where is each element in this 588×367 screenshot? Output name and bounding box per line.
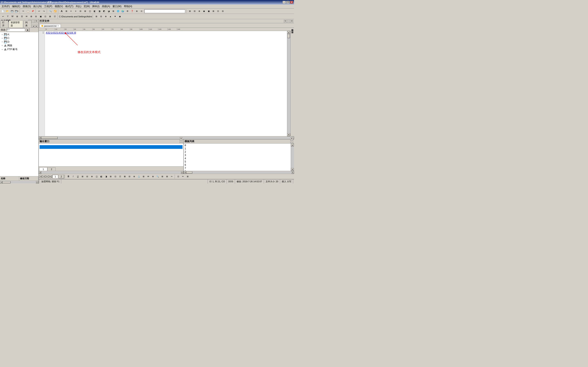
bt-btn20[interactable]: 🔍 [155, 174, 160, 179]
col-date[interactable]: 修改日期 [19, 176, 38, 181]
right-panel-text1[interactable]: 资源管理器 [291, 32, 294, 34]
col-name[interactable]: 名称 [0, 176, 19, 181]
tb-cut[interactable]: ✂ [21, 9, 26, 13]
tb2-btn3[interactable]: W [10, 14, 15, 19]
tb2-extra1[interactable]: ⊞ [94, 14, 99, 19]
tb-extra3[interactable]: ⊕ [197, 9, 201, 13]
tb2-btn5[interactable]: ☰ [20, 14, 24, 19]
tb2-extra4[interactable]: ▲ [108, 14, 113, 19]
tb-btn9[interactable]: ◨ [97, 9, 102, 13]
output-tab-2[interactable]: 2 [47, 167, 56, 171]
tb-btn6[interactable]: ⊞ [83, 9, 87, 13]
bt-btn17[interactable]: ⊞ [141, 174, 146, 179]
tb-extra1[interactable]: ⊞ [188, 9, 192, 13]
expand-d[interactable]: ＋ [0, 40, 4, 43]
bt-btn26[interactable]: ⊞ [185, 174, 190, 179]
tb-new[interactable]: 📄 [0, 9, 5, 13]
tree-item-network[interactable]: ＋ 🖧 网路 [0, 44, 38, 48]
bt-btn7[interactable]: ◫ [94, 174, 99, 179]
menu-help[interactable]: 帮助(H) [123, 4, 134, 8]
tb2-extra2[interactable]: ⊟ [99, 14, 103, 19]
tb2-btn12[interactable]: ☑ [52, 14, 57, 19]
tb-copy[interactable]: 📋 [26, 9, 30, 13]
tb-bold[interactable]: A [60, 9, 64, 13]
bt-btn12[interactable]: ☑ [118, 174, 122, 179]
bt-btn19[interactable]: ⊕ [151, 174, 155, 179]
toolbar-search-input[interactable] [144, 9, 185, 13]
tree-item-c[interactable]: ＋ 💾 C: [0, 36, 38, 40]
vscroll-thumb[interactable] [287, 34, 290, 38]
minimize-button[interactable]: ─ [283, 1, 286, 4]
output-tab-1[interactable]: 1 [39, 167, 47, 171]
fp-nav-right[interactable]: ► [35, 25, 38, 27]
bt-btn8[interactable]: ◧ [99, 174, 104, 179]
bt-btn2[interactable]: I [71, 174, 75, 179]
page-first[interactable]: |◄ [39, 175, 42, 178]
tmpl-pin-btn[interactable]: ▼ [290, 137, 293, 140]
bt-btn14[interactable]: ⊟ [127, 174, 132, 179]
vscroll-track[interactable] [287, 34, 290, 133]
tb2-btn8[interactable]: ⊟ [34, 14, 38, 19]
tb-extra6[interactable]: ⊞ [211, 9, 216, 13]
menu-search[interactable]: 搜索(S) [21, 4, 32, 8]
output-min-btn[interactable]: ─ [180, 140, 182, 143]
tb-btn8[interactable]: ◧ [92, 9, 97, 13]
fp-min-btn[interactable]: ─ [31, 20, 34, 23]
tb2-btn10[interactable]: ⊡ [43, 14, 48, 19]
menu-window[interactable]: 窗口(W) [111, 4, 122, 8]
bt-btn4[interactable]: ⊞ [80, 174, 85, 179]
page-tab-2[interactable]: 2 [58, 175, 64, 178]
bt-btn5[interactable]: ⊟ [85, 174, 89, 179]
menu-insert[interactable]: 插入(N) [32, 4, 43, 8]
bt-btn3[interactable]: U [76, 174, 80, 179]
tb-btn17[interactable]: ⊕ [135, 9, 139, 13]
right-panel-text2[interactable]: 模板列表 [291, 34, 294, 36]
tb-btn12[interactable]: ⊞ [111, 9, 116, 13]
fp-scroll-right[interactable]: ► [36, 181, 38, 184]
tb-extra7[interactable]: ⊡ [216, 9, 220, 13]
page-tab-1[interactable]: 1 [52, 175, 58, 178]
tb2-extra3[interactable]: ⊕ [104, 14, 108, 19]
menu-column[interactable]: 列(L) [75, 4, 82, 8]
menu-format[interactable]: 格式(T) [64, 4, 75, 8]
tb-btn4[interactable]: ≡ [73, 9, 78, 13]
menu-view[interactable]: 视图(V) [53, 4, 64, 8]
text-content[interactable]: 43214321432143210□0 [45, 31, 287, 136]
tb-find[interactable]: 🔍 [48, 9, 53, 13]
tb-btn16[interactable]: ❓ [130, 9, 134, 13]
bt-btn22[interactable]: ⊞ [165, 174, 169, 179]
menu-advanced[interactable]: 高级(A) [101, 4, 111, 8]
bt-btn23[interactable]: ✂ [169, 174, 174, 179]
bt-btn10[interactable]: ⊞ [108, 174, 113, 179]
page-prev[interactable]: ◄ [43, 175, 45, 178]
filter-go-btn[interactable]: ▶ [26, 28, 30, 32]
menu-edit[interactable]: 编辑(E) [11, 4, 21, 8]
tb-extra2[interactable]: ⊟ [192, 9, 197, 13]
tb2-btn4[interactable]: ⊞ [15, 14, 19, 19]
menu-macro[interactable]: 宏(M) [82, 4, 91, 8]
bt-btn16[interactable]: ⚓ [137, 174, 141, 179]
tb-btn10[interactable]: ◩ [102, 9, 106, 13]
tb-extra5[interactable]: ▣ [207, 9, 211, 13]
restore-button[interactable]: ❐ [286, 1, 290, 4]
tb-btn15[interactable]: ⚙ [125, 9, 130, 13]
bt-btn24[interactable]: ⊡ [176, 174, 181, 179]
vscroll-down-btn[interactable]: ▼ [287, 133, 290, 136]
tb-extra8[interactable]: ⊟ [221, 9, 225, 13]
tb-undo[interactable]: ↩ [37, 9, 42, 13]
file-panel-hscroll[interactable]: ◄ ► [0, 181, 38, 184]
tb-save-all[interactable]: 💾+ [15, 9, 19, 13]
expand-network[interactable]: ＋ [0, 44, 4, 47]
expand-c[interactable]: ＋ [0, 36, 4, 40]
tb2-btn6[interactable]: ✉ [24, 14, 29, 19]
fp-tab-open[interactable]: 打开 [0, 20, 8, 27]
bt-btn11[interactable]: ⊡ [113, 174, 118, 179]
tb-btn13[interactable]: 🌐 [116, 9, 120, 13]
tb-replace[interactable]: 🔁 [53, 9, 57, 13]
tb-btn5[interactable]: ⊟ [78, 9, 83, 13]
tmpl-hscroll-right[interactable]: ► [292, 171, 294, 174]
tb2-extra6[interactable]: ◉ [118, 14, 122, 19]
bt-btn6[interactable]: ⊕ [90, 174, 94, 179]
tb2-btn1[interactable]: ↩ [1, 14, 5, 19]
tb2-btn11[interactable]: ⊠ [48, 14, 52, 19]
